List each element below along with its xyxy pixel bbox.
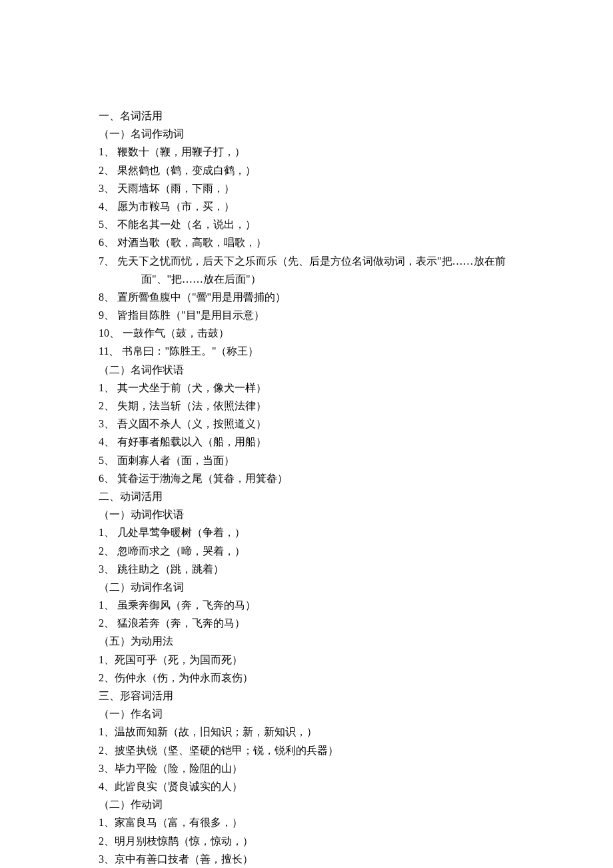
text-line: 6、 对酒当歌（歌，高歌，唱歌，） <box>99 233 514 251</box>
text-line: 9、 皆指目陈胜（"目"是用目示意） <box>99 306 514 324</box>
text-line: 10、 一鼓作气（鼓，击鼓） <box>99 324 514 342</box>
text-line: 2、伤仲永（伤，为仲永而哀伤） <box>99 669 514 687</box>
text-line: 3、 吾义固不杀人（义，按照道义） <box>99 415 514 433</box>
text-line: 2、 果然鹤也（鹤，变成白鹤，） <box>99 161 514 179</box>
text-line: 11、 书帛曰："陈胜王。"（称王） <box>99 342 514 360</box>
text-line: 3、 跳往助之（跳，跳着） <box>99 560 514 578</box>
text-line: （二）动词作名词 <box>99 578 514 596</box>
text-line: 2、 猛浪若奔（奔，飞奔的马） <box>99 614 514 632</box>
text-line: （一）作名词 <box>99 705 514 723</box>
text-line: 1、 虽乘奔御风（奔，飞奔的马） <box>99 596 514 614</box>
text-line: 2、明月别枝惊鹊（惊，惊动，） <box>99 832 514 850</box>
text-line: 3、 天雨墙坏（雨，下雨，） <box>99 179 514 197</box>
text-line: （一）名词作动词 <box>99 125 514 143</box>
text-line: 2、 失期，法当斩（法，依照法律） <box>99 397 514 415</box>
text-line: 8、 置所罾鱼腹中（"罾"用是用罾捕的） <box>99 288 514 306</box>
text-line: 7、 先天下之忧而忧，后天下之乐而乐（先、后是方位名词做动词，表示"把……放在前 <box>99 252 514 270</box>
text-line: 三、形容词活用 <box>99 687 514 705</box>
text-line: （二）作动词 <box>99 795 514 813</box>
text-line: 面"、"把……放在后面"） <box>99 270 514 288</box>
text-line: 3、京中有善口技者（善，擅长） <box>99 850 514 868</box>
text-line: 6、 箕畚运于渤海之尾（箕畚，用箕畚） <box>99 469 514 487</box>
text-line: 2、披坚执锐（坚、坚硬的铠甲；锐，锐利的兵器） <box>99 741 514 759</box>
text-line: 1、家富良马（富，有很多，） <box>99 813 514 831</box>
document-content: 一、名词活用（一）名词作动词1、 鞭数十（鞭，用鞭子打，）2、 果然鹤也（鹤，变… <box>99 107 514 868</box>
text-line: 2、 忽啼而求之（啼，哭着，） <box>99 542 514 560</box>
text-line: 1、死国可乎（死，为国而死） <box>99 651 514 669</box>
text-line: 4、 有好事者船载以入（船，用船） <box>99 433 514 451</box>
text-line: 1、 几处早莺争暖树（争着，） <box>99 523 514 541</box>
text-line: 一、名词活用 <box>99 107 514 125</box>
text-line: 4、 愿为市鞍马（市，买，） <box>99 197 514 215</box>
text-line: 4、此皆良实（贤良诚实的人） <box>99 777 514 795</box>
text-line: 5、 不能名其一处（名，说出，） <box>99 215 514 233</box>
document-page: 一、名词活用（一）名词作动词1、 鞭数十（鞭，用鞭子打，）2、 果然鹤也（鹤，变… <box>0 0 613 868</box>
text-line: 1、 鞭数十（鞭，用鞭子打，） <box>99 143 514 161</box>
text-line: （一）动词作状语 <box>99 505 514 523</box>
text-line: （五）为动用法 <box>99 632 514 650</box>
text-line: 5、 面刺寡人者（面，当面） <box>99 451 514 469</box>
text-line: 1、温故而知新（故，旧知识；新，新知识，） <box>99 723 514 741</box>
text-line: 3、毕力平险（险，险阻的山） <box>99 759 514 777</box>
text-line: 1、 其一犬坐于前（犬，像犬一样） <box>99 379 514 397</box>
text-line: （二）名词作状语 <box>99 361 514 379</box>
text-line: 二、动词活用 <box>99 487 514 505</box>
